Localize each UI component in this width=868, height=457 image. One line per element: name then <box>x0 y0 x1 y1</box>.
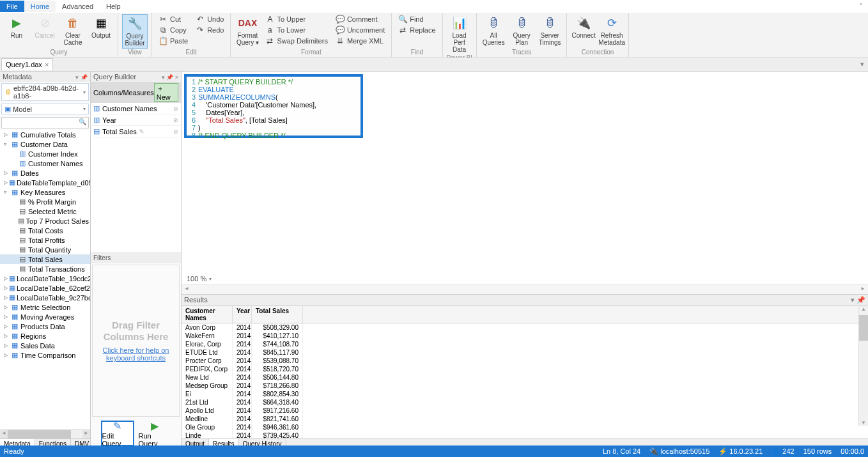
qb-item[interactable]: ▥Customer Names⊘ <box>91 103 181 114</box>
col-header-year[interactable]: Year <box>233 306 252 323</box>
new-measure-button[interactable]: ＋New <box>154 83 178 102</box>
tree-column[interactable]: ▤% Profit Margin <box>0 197 90 206</box>
tree-table[interactable]: ▷▦LocalDateTable_62cef255-0 <box>0 283 90 293</box>
uncomment-button[interactable]: 💬Uncomment <box>333 25 387 35</box>
tree-column[interactable]: ▤Total Transactions <box>0 264 90 274</box>
menu-advanced[interactable]: Advanced <box>56 1 100 12</box>
comment-button[interactable]: 💬Comment <box>333 14 387 24</box>
redo-button[interactable]: ↷Redo <box>193 25 226 35</box>
find-button[interactable]: 🔍Find <box>396 14 438 24</box>
tree-table[interactable]: ▿▦Key Measures <box>0 187 90 197</box>
table-row[interactable]: Elorac, Corp2014$744,108.70 <box>182 340 868 348</box>
col-header-sales[interactable]: Total Sales <box>252 306 303 323</box>
qb-item[interactable]: ▥Year⊘ <box>91 114 181 126</box>
metadata-hscroll[interactable]: ◄► <box>0 430 90 438</box>
tree-table[interactable]: ▷▦Products Data <box>0 321 90 331</box>
all-queries-button[interactable]: 🛢All Queries <box>481 14 506 47</box>
query-plan-button[interactable]: 🛢Query Plan <box>509 14 534 47</box>
run-query-button[interactable]: ▶Run Query <box>138 421 171 446</box>
tree-column[interactable]: ▥Customer Index <box>0 149 90 159</box>
code-editor[interactable]: 1/* START QUERY BUILDER */2EVALUATE3SUMM… <box>187 77 360 141</box>
table-row[interactable]: Apollo Ltd2014$917,216.60 <box>182 407 868 415</box>
tree-column[interactable]: ▤Total Profits <box>0 235 90 245</box>
replace-button[interactable]: ⇄Replace <box>396 25 438 35</box>
edit-query-button[interactable]: ✎Edit Query <box>101 421 134 446</box>
to-lower-button[interactable]: aTo Lower <box>263 25 330 35</box>
edit-icon[interactable]: ✎ <box>139 128 144 135</box>
menu-file[interactable]: File <box>0 1 24 12</box>
paste-button[interactable]: 📋Paste <box>156 36 190 46</box>
results-grid[interactable]: Customer Names Year Total Sales Avon Cor… <box>182 306 868 438</box>
server-timings-button[interactable]: 🛢Server Timings <box>537 14 562 47</box>
results-vscroll[interactable] <box>858 306 868 426</box>
tree-table[interactable]: ▷▦Cumulative Totals <box>0 130 90 139</box>
cancel-button[interactable]: ⊘Cancel <box>32 14 58 40</box>
database-combo[interactable]: 🛢ebffc284-a09b-4b2d-a1b8-▾ <box>1 83 89 101</box>
table-row[interactable]: Linde2014$739,425.40 <box>182 431 868 438</box>
qb-columns-list[interactable]: ▥Customer Names⊘▥Year⊘▤Total Sales✎⊘ <box>91 103 181 137</box>
tree-column[interactable]: ▤Top 7 Product Sales <box>0 216 90 226</box>
tree-column[interactable]: ▤Selected Metric <box>0 206 90 216</box>
table-row[interactable]: Procter Corp2014$539,088.70 <box>182 357 868 365</box>
qb-help-link[interactable]: Click here for help onkeyboard shortcuts <box>103 346 169 362</box>
load-perf-button[interactable]: 📊Load Perf Data <box>447 14 472 54</box>
table-row[interactable]: WakeFern2014$410,127.10 <box>182 332 868 340</box>
doc-tab-query1[interactable]: Query1.dax × <box>1 58 53 70</box>
metadata-tree[interactable]: ▷▦Cumulative Totals▿▦Customer Data▥Custo… <box>0 130 90 430</box>
table-row[interactable]: Ole Group2014$946,361.60 <box>182 423 868 431</box>
qb-item[interactable]: ▤Total Sales✎⊘ <box>91 126 181 137</box>
refresh-metadata-button[interactable]: ⟳Refresh Metadata <box>599 14 624 47</box>
tree-column[interactable]: ▥Customer Names <box>0 159 90 168</box>
table-row[interactable]: Avon Corp2014$508,329.00 <box>182 323 868 332</box>
collapse-ribbon-icon[interactable]: ˄ <box>854 3 868 11</box>
tree-table[interactable]: ▷▦LocalDateTable_19cdc2e1- <box>0 274 90 283</box>
tree-table[interactable]: ▷▦Metric Selection <box>0 302 90 312</box>
remove-icon[interactable]: ⊘ <box>173 117 178 123</box>
connect-button[interactable]: 🔌Connect <box>571 14 596 40</box>
remove-icon[interactable]: ⊘ <box>173 105 178 112</box>
cut-button[interactable]: ✂Cut <box>156 14 190 24</box>
table-row[interactable]: 21st Ltd2014$664,318.40 <box>182 398 868 407</box>
col-header-customer[interactable]: Customer Names <box>182 306 233 323</box>
doc-tabs-menu-icon[interactable]: ▾ <box>860 60 864 68</box>
table-row[interactable]: PEDIFIX, Corp2014$518,720.70 <box>182 365 868 373</box>
undo-button[interactable]: ↶Undo <box>193 14 226 24</box>
table-row[interactable]: Ei2014$802,854.30 <box>182 390 868 398</box>
tree-table[interactable]: ▷▦Moving Averages <box>0 312 90 321</box>
remove-icon[interactable]: ⊘ <box>173 128 178 135</box>
table-row[interactable]: Medline2014$821,741.60 <box>182 415 868 423</box>
table-row[interactable]: New Ltd2014$506,144.80 <box>182 373 868 382</box>
copy-button[interactable]: ⧉Copy <box>156 25 190 35</box>
close-icon[interactable]: × <box>45 61 49 68</box>
qb-filter-dropzone[interactable]: Drag Filter Columns Here Click here for … <box>92 265 180 417</box>
menu-help[interactable]: Help <box>100 1 127 12</box>
table-row[interactable]: ETUDE Ltd2014$845,117.90 <box>182 348 868 357</box>
metadata-search-input[interactable] <box>1 117 89 128</box>
zoom-control[interactable]: 100 %▾ <box>182 273 868 284</box>
tree-column[interactable]: ▤Total Quantity <box>0 245 90 254</box>
menu-home[interactable]: Home <box>24 1 56 12</box>
query-builder-button[interactable]: 🔧Query Builder <box>122 14 148 49</box>
clear-cache-button[interactable]: 🗑Clear Cache <box>60 14 86 47</box>
to-upper-button[interactable]: ATo Upper <box>263 14 330 24</box>
results-menu-icon[interactable]: ▾ 📌 <box>851 296 865 304</box>
tree-table[interactable]: ▷▦Time Comparison <box>0 350 90 360</box>
table-row[interactable]: Medsep Group2014$718,266.80 <box>182 382 868 390</box>
tree-table[interactable]: ▷▦LocalDateTable_9c27bc4b- <box>0 293 90 302</box>
tree-table[interactable]: ▷▦Regions <box>0 331 90 341</box>
pin-icon[interactable]: ▾ 📌 <box>75 74 88 81</box>
editor-hscroll[interactable] <box>182 284 868 294</box>
tree-column[interactable]: ▤Total Sales <box>0 254 90 264</box>
pin-icon[interactable]: ▾ 📌 × <box>162 74 178 81</box>
swap-delim-button[interactable]: ⇄Swap Delimiters <box>263 36 330 46</box>
merge-xml-button[interactable]: ⇊Merge XML <box>333 36 387 46</box>
format-query-button[interactable]: DAXFormat Query ▾ <box>235 14 260 47</box>
tree-table[interactable]: ▷▦Dates <box>0 168 90 178</box>
run-button[interactable]: ▶Run <box>4 14 29 40</box>
output-button[interactable]: ▦Output <box>88 14 114 40</box>
tree-column[interactable]: ▤Total Costs <box>0 226 90 235</box>
tree-table[interactable]: ▿▦Customer Data <box>0 139 90 149</box>
tree-table[interactable]: ▷▦DateTableTemplate_d095fb <box>0 178 90 187</box>
tree-table[interactable]: ▷▦Sales Data <box>0 341 90 350</box>
model-combo[interactable]: ▣Model▾ <box>1 104 89 114</box>
